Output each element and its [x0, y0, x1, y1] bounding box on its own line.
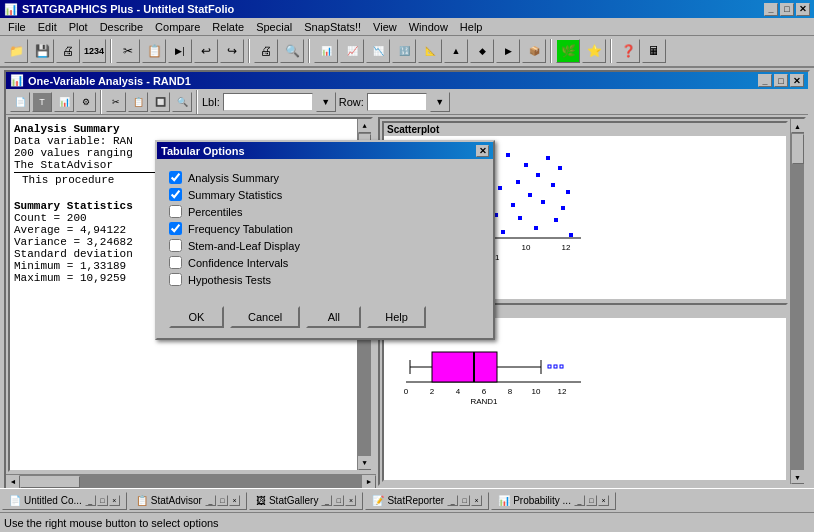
checkbox-2[interactable] [169, 205, 182, 218]
help-button[interactable]: Help [367, 306, 426, 328]
checkbox-1[interactable] [169, 188, 182, 201]
checkbox-4[interactable] [169, 239, 182, 252]
checkbox-label-3: Frequency Tabulation [188, 223, 293, 235]
checkbox-label-4: Stem-and-Leaf Display [188, 240, 300, 252]
checkbox-3[interactable] [169, 222, 182, 235]
dialog-title: Tabular Options [161, 145, 245, 157]
checkbox-row-5: Confidence Intervals [169, 256, 481, 269]
checkbox-label-6: Hypothesis Tests [188, 274, 271, 286]
dialog-content: Analysis Summary Summary Statistics Perc… [157, 159, 493, 298]
all-button[interactable]: All [306, 306, 361, 328]
tabular-options-dialog: Tabular Options ✕ Analysis Summary Summa… [155, 140, 495, 340]
checkbox-row-6: Hypothesis Tests [169, 273, 481, 286]
dialog-close-button[interactable]: ✕ [476, 145, 489, 157]
ok-button[interactable]: OK [169, 306, 224, 328]
checkbox-row-1: Summary Statistics [169, 188, 481, 201]
cancel-button[interactable]: Cancel [230, 306, 300, 328]
dialog-title-bar: Tabular Options ✕ [157, 142, 493, 159]
checkbox-6[interactable] [169, 273, 182, 286]
checkbox-row-3: Frequency Tabulation [169, 222, 481, 235]
checkbox-label-0: Analysis Summary [188, 172, 279, 184]
checkbox-row-2: Percentiles [169, 205, 481, 218]
checkbox-label-1: Summary Statistics [188, 189, 282, 201]
checkbox-5[interactable] [169, 256, 182, 269]
dialog-buttons: OK Cancel All Help [157, 298, 493, 338]
checkbox-row-0: Analysis Summary [169, 171, 481, 184]
checkbox-row-4: Stem-and-Leaf Display [169, 239, 481, 252]
checkbox-0[interactable] [169, 171, 182, 184]
checkbox-label-5: Confidence Intervals [188, 257, 288, 269]
modal-overlay: Tabular Options ✕ Analysis Summary Summa… [0, 0, 814, 532]
checkbox-label-2: Percentiles [188, 206, 242, 218]
